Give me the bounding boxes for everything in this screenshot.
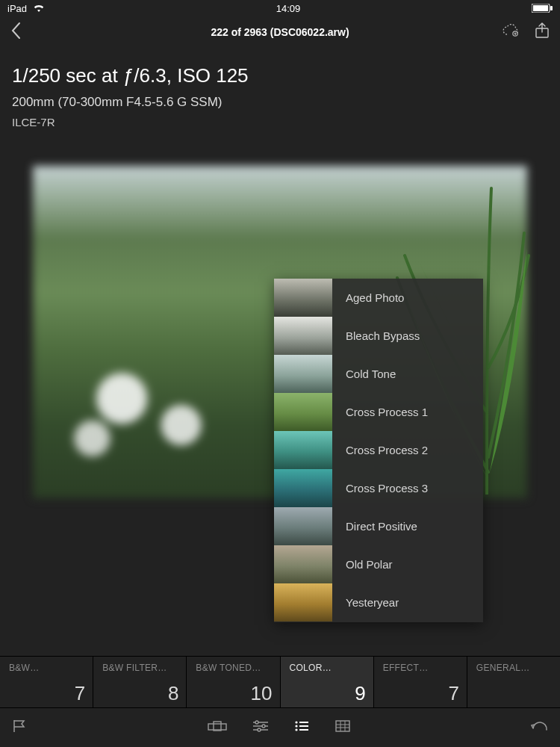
preset-label: Aged Photo — [332, 291, 404, 304]
back-button[interactable] — [10, 22, 21, 43]
photo-viewport[interactable]: Aged Photo Bleach Bypass Cold Tone Cross… — [33, 166, 527, 498]
preset-label: Bleach Bypass — [332, 329, 420, 342]
preset-thumbnail — [274, 279, 332, 317]
svg-point-10 — [295, 721, 297, 723]
category-bw[interactable]: B&W… 7 — [0, 657, 93, 707]
svg-rect-2 — [550, 6, 553, 10]
svg-rect-13 — [299, 725, 308, 727]
preset-cross-process-2[interactable]: Cross Process 2 — [274, 431, 483, 469]
category-count: 9 — [290, 684, 366, 703]
preset-cross-process-3[interactable]: Cross Process 3 — [274, 469, 483, 507]
page-title: 222 of 2963 (DSC06022.arw) — [100, 26, 460, 38]
category-label: EFFECT… — [383, 663, 459, 673]
category-count: 8 — [102, 684, 178, 703]
wifi-icon — [33, 4, 45, 13]
preset-thumbnail — [274, 431, 332, 469]
category-count: 10 — [196, 684, 272, 703]
preset-yesteryear[interactable]: Yesteryear — [274, 583, 483, 622]
preset-thumbnail — [274, 393, 332, 431]
adjust-button[interactable] — [252, 720, 269, 735]
preset-category-row: B&W… 7 B&W FILTER… 8 B&W TONED… 10 COLOR… — [0, 656, 560, 708]
svg-rect-16 — [336, 721, 349, 731]
category-label: B&W TONED… — [196, 663, 272, 673]
category-label: COLOR… — [290, 663, 366, 673]
preset-cold-tone[interactable]: Cold Tone — [274, 355, 483, 393]
category-label: GENERAL… — [476, 663, 553, 673]
exif-exposure: 1/250 sec at ƒ/6.3, ISO 125 — [12, 64, 548, 87]
svg-point-14 — [295, 728, 297, 731]
preset-thumbnail — [274, 317, 332, 355]
svg-point-8 — [262, 725, 265, 728]
svg-rect-11 — [299, 722, 308, 723]
bottom-toolbar — [0, 708, 560, 747]
svg-rect-15 — [299, 729, 308, 731]
filmstrip-button[interactable] — [208, 721, 227, 734]
category-bw-toned[interactable]: B&W TONED… 10 — [187, 657, 280, 707]
preset-label: Yesteryear — [332, 596, 399, 609]
preset-aged-photo[interactable]: Aged Photo — [274, 279, 483, 317]
preset-label: Direct Positive — [332, 520, 417, 533]
clock: 14:09 — [276, 3, 301, 14]
preset-label: Cross Process 3 — [332, 482, 428, 495]
presets-button[interactable] — [294, 720, 309, 735]
top-nav: 222 of 2963 (DSC06022.arw) — [0, 16, 560, 48]
device-label: iPad — [7, 3, 27, 14]
preset-thumbnail — [274, 507, 332, 545]
share-button[interactable] — [535, 22, 550, 42]
preset-thumbnail — [274, 583, 332, 622]
preset-popover: Aged Photo Bleach Bypass Cold Tone Cross… — [274, 279, 483, 622]
svg-point-9 — [258, 728, 261, 731]
preset-thumbnail — [274, 469, 332, 507]
category-color[interactable]: COLOR… 9 — [281, 657, 374, 707]
exif-camera: ILCE-7R — [12, 116, 548, 128]
svg-rect-6 — [214, 722, 221, 731]
cloud-status-icon[interactable] — [502, 24, 518, 40]
svg-rect-1 — [533, 5, 548, 11]
preset-label: Cross Process 2 — [332, 444, 428, 456]
category-label: B&W FILTER… — [102, 663, 178, 673]
category-effect[interactable]: EFFECT… 7 — [374, 657, 467, 707]
category-label: B&W… — [9, 663, 85, 673]
preset-old-polar[interactable]: Old Polar — [274, 545, 483, 583]
preset-thumbnail — [274, 545, 332, 583]
battery-icon — [532, 4, 553, 13]
svg-point-7 — [255, 721, 258, 724]
category-bw-filter[interactable]: B&W FILTER… 8 — [93, 657, 187, 707]
preset-label: Old Polar — [332, 558, 393, 571]
category-count: 7 — [383, 684, 459, 703]
undo-button[interactable] — [530, 720, 548, 735]
status-bar: iPad 14:09 — [0, 0, 560, 16]
preset-cross-process-1[interactable]: Cross Process 1 — [274, 393, 483, 431]
preset-direct-positive[interactable]: Direct Positive — [274, 507, 483, 545]
preset-thumbnail — [274, 355, 332, 393]
category-count: 7 — [9, 684, 85, 703]
preset-label: Cold Tone — [332, 368, 396, 380]
svg-rect-5 — [208, 724, 226, 730]
svg-point-12 — [295, 725, 297, 727]
preset-bleach-bypass[interactable]: Bleach Bypass — [274, 317, 483, 355]
crop-button[interactable] — [335, 719, 351, 736]
flag-button[interactable] — [12, 719, 28, 737]
exif-lens: 200mm (70-300mm F4.5-5.6 G SSM) — [12, 95, 548, 110]
exif-info: 1/250 sec at ƒ/6.3, ISO 125 200mm (70-30… — [0, 48, 560, 133]
category-general[interactable]: GENERAL… — [467, 657, 560, 707]
preset-label: Cross Process 1 — [332, 406, 428, 418]
